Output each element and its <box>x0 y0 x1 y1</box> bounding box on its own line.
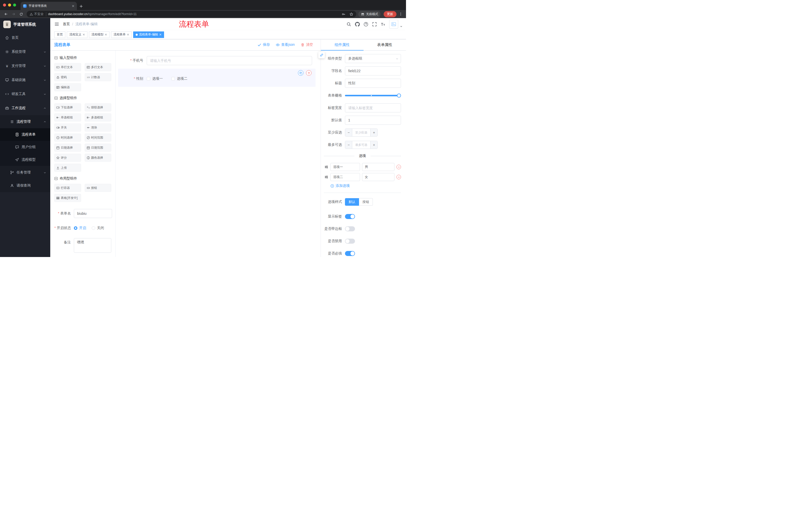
style-button-button[interactable]: 按钮 <box>359 198 373 206</box>
palette-item-row-container[interactable]: 行容器 <box>54 184 81 192</box>
palette-item-editor[interactable]: 编辑器 <box>54 83 81 91</box>
browser-tab[interactable]: 芋道管理系统 <box>21 2 77 10</box>
github-icon[interactable] <box>355 22 360 27</box>
new-tab-button[interactable] <box>79 4 83 8</box>
palette-item-time-range[interactable]: 时间范围 <box>85 134 112 141</box>
gender-option1-checkbox[interactable]: 选项一 <box>147 77 163 81</box>
form-name-input[interactable] <box>74 209 112 218</box>
sidebar-item-system[interactable]: 系统管理 <box>0 45 50 59</box>
sidebar-item-process-model[interactable]: 流程模型 <box>0 154 50 166</box>
option2-name-input[interactable] <box>330 173 360 181</box>
slider-handle[interactable] <box>397 93 401 98</box>
close-tag-icon[interactable] <box>105 33 107 36</box>
sidebar-item-task-management[interactable]: 任务管理 <box>0 166 50 179</box>
palette-item-switch[interactable]: 开关 <box>54 124 81 132</box>
remove-option-button[interactable] <box>397 175 401 179</box>
palette-item-button[interactable]: 按钮 <box>85 184 112 192</box>
palette-item-table[interactable]: 表格[开发中] <box>54 194 81 202</box>
browser-menu-icon[interactable] <box>399 12 403 16</box>
url-bar[interactable]: 不安全 dashboard.yudao.iocoder.cn/bpm/manag… <box>27 11 356 17</box>
label-width-input[interactable] <box>345 103 401 112</box>
palette-item-color-picker[interactable]: 颜色选择 <box>85 154 112 162</box>
reload-button[interactable] <box>18 11 25 17</box>
close-tag-icon[interactable] <box>127 33 129 36</box>
password-key-icon[interactable] <box>342 12 345 16</box>
palette-item-upload[interactable]: 上传 <box>54 164 81 172</box>
sidebar-item-payment[interactable]: ¥ 支付管理 <box>0 59 50 73</box>
back-button[interactable] <box>2 11 9 17</box>
component-type-select[interactable]: 多选框组 <box>345 54 401 63</box>
close-window-button[interactable] <box>3 3 6 6</box>
palette-item-counter[interactable]: 123计数器 <box>85 73 112 81</box>
view-json-button[interactable]: 查看json <box>276 43 295 47</box>
add-option-button[interactable]: 添加选项 <box>330 184 401 188</box>
minus-icon[interactable]: − <box>345 141 352 148</box>
style-default-button[interactable]: 默认 <box>345 198 359 206</box>
close-tag-icon[interactable] <box>159 33 162 36</box>
menu-collapse-icon[interactable] <box>54 22 59 27</box>
clear-button[interactable]: 清空 <box>301 43 313 47</box>
palette-item-multi-line-text[interactable]: 多行文本 <box>85 63 112 71</box>
tab-component-props[interactable]: 组件属性 <box>321 39 364 50</box>
palette-item-cascader[interactable]: 级联选择 <box>85 103 112 111</box>
help-icon[interactable] <box>364 22 368 27</box>
drag-handle-icon[interactable] <box>324 165 328 169</box>
palette-item-single-line-text[interactable]: 单行文本 <box>54 63 81 71</box>
palette-item-radio-group[interactable]: 单选框组 <box>54 113 81 121</box>
option1-name-input[interactable] <box>330 163 360 171</box>
sidebar-item-process-management[interactable]: 流程管理 <box>0 115 50 128</box>
drag-handle-icon[interactable] <box>324 175 328 179</box>
sidebar-item-user-group[interactable]: 用户分组 <box>0 141 50 154</box>
title-input[interactable] <box>345 79 401 88</box>
sidebar-item-workflow[interactable]: 工作流程 <box>0 101 50 115</box>
palette-item-date-range[interactable]: 日期范围 <box>85 143 112 152</box>
form-grid-slider[interactable] <box>345 95 399 96</box>
tag-process-model[interactable]: 流程模型 <box>89 31 110 38</box>
palette-item-rate[interactable]: 评分 <box>54 154 81 162</box>
phone-input[interactable] <box>147 56 312 65</box>
plus-icon[interactable]: + <box>370 141 377 148</box>
sidebar-item-devtools[interactable]: 研发工具 <box>0 87 50 101</box>
app-logo[interactable]: 芋道管理系统 <box>0 18 50 31</box>
security-indicator[interactable]: 不安全 <box>30 12 46 16</box>
show-label-switch[interactable] <box>345 214 355 219</box>
forward-button[interactable] <box>10 11 17 17</box>
form-canvas[interactable]: 手机号 <box>116 51 321 257</box>
zoom-window-button[interactable] <box>13 3 16 6</box>
font-size-icon[interactable] <box>381 22 385 27</box>
remove-option-button[interactable] <box>397 165 401 169</box>
bookmark-star-icon[interactable] <box>349 12 353 16</box>
min-select-stepper[interactable]: − 至少应选 + <box>345 129 378 137</box>
status-on-radio[interactable]: 开启 <box>74 226 86 231</box>
field-name-input[interactable] <box>345 66 401 76</box>
palette-item-slider[interactable]: 滑块 <box>85 124 112 132</box>
option1-value-input[interactable] <box>362 163 395 171</box>
status-off-radio[interactable]: 关闭 <box>92 226 104 231</box>
close-tab-icon[interactable] <box>72 5 75 7</box>
max-select-stepper[interactable]: − 最多可选 + <box>345 141 378 149</box>
save-button[interactable]: 保存 <box>258 43 270 47</box>
user-avatar[interactable] <box>389 20 398 29</box>
fullscreen-icon[interactable] <box>372 22 377 27</box>
palette-item-date-picker[interactable]: 日期选择 <box>54 143 81 152</box>
close-tag-icon[interactable] <box>83 33 85 36</box>
tab-form-props[interactable]: 表单属性 <box>364 39 406 50</box>
palette-item-password[interactable]: 密码 <box>54 73 81 81</box>
sidebar-item-process-form[interactable]: 流程表单 <box>0 128 50 141</box>
tag-process-form-edit[interactable]: 流程表单-编辑 <box>133 31 164 38</box>
delete-widget-button[interactable] <box>306 70 312 76</box>
tag-process-definition[interactable]: 流程定义 <box>67 31 87 38</box>
palette-item-time-picker[interactable]: 时间选择 <box>54 134 81 141</box>
sidebar-item-infrastructure[interactable]: 基础设施 <box>0 73 50 87</box>
link-anchor-button[interactable] <box>318 52 325 58</box>
tag-home[interactable]: 首页 <box>54 31 65 38</box>
form-field-gender-selected[interactable]: 性别 选项一 选项二 <box>118 69 316 87</box>
option2-value-input[interactable] <box>362 173 395 181</box>
tag-process-form[interactable]: 流程表单 <box>111 31 132 38</box>
caret-down-icon[interactable] <box>400 25 403 28</box>
disabled-switch[interactable] <box>345 239 355 244</box>
palette-item-select[interactable]: 下拉选择 <box>54 103 81 111</box>
sidebar-item-home[interactable]: 首页 <box>0 31 50 45</box>
default-value-input[interactable] <box>345 116 401 125</box>
plus-icon[interactable]: + <box>370 129 377 136</box>
